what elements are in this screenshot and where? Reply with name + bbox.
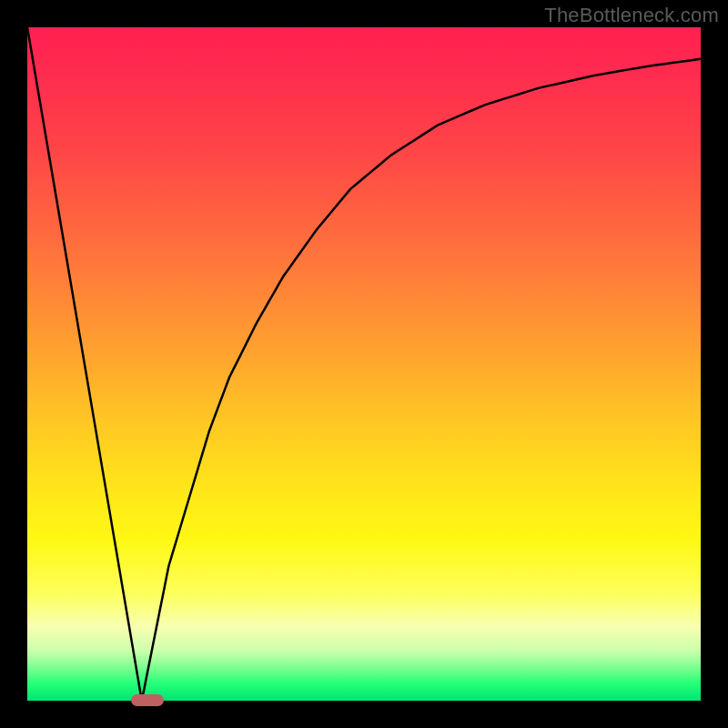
left-descent-line xyxy=(27,27,142,701)
curve-overlay xyxy=(27,27,701,701)
bottleneck-marker xyxy=(131,694,164,706)
plot-area xyxy=(27,27,701,701)
attribution-text: TheBottleneck.com xyxy=(544,4,719,27)
chart-frame: TheBottleneck.com xyxy=(0,0,728,728)
right-curve-line xyxy=(142,59,701,701)
